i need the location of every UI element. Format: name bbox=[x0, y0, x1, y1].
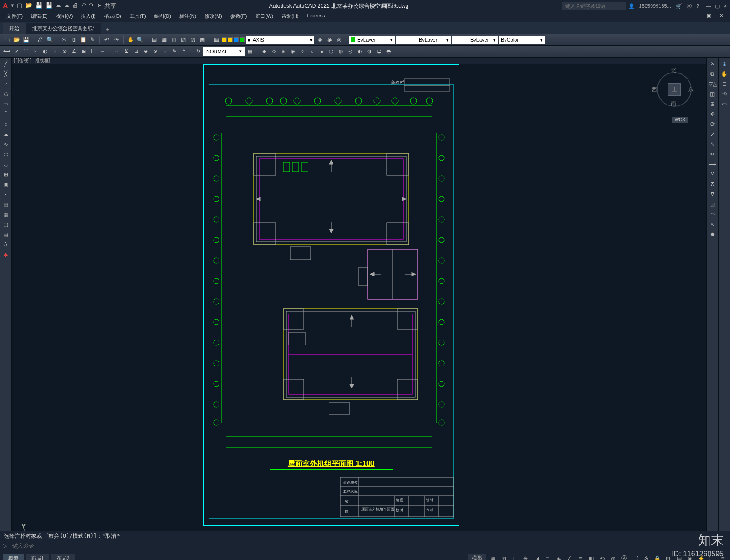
cart-icon[interactable]: 🛒 bbox=[676, 3, 682, 9]
layer-lock-icon[interactable] bbox=[234, 37, 239, 42]
dim-ang-icon[interactable]: ∠ bbox=[70, 47, 78, 56]
scale-icon[interactable]: ⤢ bbox=[708, 130, 718, 139]
doc-close-icon[interactable]: ✕ bbox=[716, 12, 727, 22]
dim-linear-icon[interactable]: ⟷ bbox=[3, 47, 11, 56]
calc-icon[interactable]: ▩ bbox=[198, 36, 206, 44]
doc-minimize-icon[interactable]: — bbox=[690, 12, 702, 22]
cycle-icon[interactable]: ⟲ bbox=[598, 554, 607, 560]
model-label[interactable]: 模型 bbox=[468, 554, 486, 560]
pline-icon[interactable]: ⟋ bbox=[1, 79, 11, 89]
command-line[interactable]: ▷_ bbox=[0, 540, 730, 551]
share-arrow-icon[interactable]: ➤ bbox=[97, 2, 102, 10]
dim-base-icon[interactable]: ⊢ bbox=[89, 47, 97, 56]
rect-icon[interactable]: ▭ bbox=[1, 99, 11, 109]
plot-icon[interactable]: 🖨 bbox=[73, 2, 78, 10]
dim-quick-icon[interactable]: ⊞ bbox=[79, 47, 88, 56]
viewcube-n[interactable]: 北 bbox=[671, 67, 676, 74]
tab-drawing[interactable]: 北京某办公综合楼空调图纸* bbox=[26, 23, 101, 34]
pan-icon[interactable]: ✋ bbox=[126, 36, 135, 44]
mirror-icon[interactable]: ▽△ bbox=[708, 79, 718, 89]
new-icon[interactable]: ▢ bbox=[17, 2, 22, 10]
transp-icon[interactable]: ◧ bbox=[587, 554, 596, 560]
navwheel-icon[interactable]: ⊚ bbox=[720, 59, 730, 68]
cloud-save-icon[interactable]: ☁ bbox=[64, 2, 70, 10]
grip8-icon[interactable]: ◌ bbox=[327, 47, 335, 56]
menu-edit[interactable]: 编辑(E) bbox=[27, 12, 52, 22]
menu-tools[interactable]: 工具(T) bbox=[126, 12, 150, 22]
polygon-icon[interactable]: ⬠ bbox=[1, 89, 11, 99]
show-icon[interactable]: ▭ bbox=[720, 99, 730, 109]
grip2-icon[interactable]: ◇ bbox=[270, 47, 278, 56]
layer-color-icon[interactable] bbox=[240, 37, 245, 42]
close-icon[interactable]: ✕ bbox=[723, 3, 727, 9]
mtext-icon[interactable]: A bbox=[1, 240, 11, 249]
cut-icon[interactable]: ✂ bbox=[60, 36, 68, 44]
paste-icon[interactable]: 📋 bbox=[79, 36, 87, 44]
cloud-open-icon[interactable]: ☁ bbox=[55, 2, 61, 10]
linetype-combo[interactable]: ByLayer▾ bbox=[396, 36, 451, 44]
redo-icon[interactable]: ↷ bbox=[89, 2, 94, 10]
dim-aligned-icon[interactable]: ⤢ bbox=[12, 47, 21, 56]
zoom-icon[interactable]: 🔍 bbox=[136, 36, 144, 44]
grip11-icon[interactable]: ◐ bbox=[356, 47, 364, 56]
gradient-icon[interactable]: ▨ bbox=[1, 210, 11, 219]
lock-icon[interactable]: 🔒 bbox=[652, 554, 662, 560]
mark-icon[interactable]: ▨ bbox=[188, 36, 197, 44]
dim-dia-icon[interactable]: ⊘ bbox=[60, 47, 68, 56]
help-icon[interactable]: ? bbox=[696, 3, 699, 9]
print-icon[interactable]: 🖨 bbox=[36, 36, 44, 44]
grip14-icon[interactable]: ◓ bbox=[385, 47, 393, 56]
blend-icon[interactable]: ∿ bbox=[708, 220, 718, 229]
orbit-icon[interactable]: ⟲ bbox=[720, 89, 730, 99]
viewcube-top[interactable]: 上 bbox=[668, 83, 681, 96]
table-icon[interactable]: ▤ bbox=[1, 230, 11, 239]
xline-icon[interactable]: ╳ bbox=[1, 69, 11, 79]
trim-icon[interactable]: ✂ bbox=[708, 150, 718, 159]
plotstyle-combo[interactable]: ByColor▾ bbox=[499, 36, 545, 44]
array-icon[interactable]: ⊞ bbox=[708, 99, 718, 109]
dimstyle-combo[interactable]: NORMAL▾ bbox=[203, 47, 245, 56]
viewcube-w[interactable]: 西 bbox=[652, 86, 657, 94]
dim-arc-icon[interactable]: ⌒ bbox=[22, 47, 30, 56]
undo2-icon[interactable]: ↶ bbox=[103, 36, 111, 44]
user-icon[interactable]: 👤 bbox=[628, 3, 635, 9]
zoomext-icon[interactable]: ⊡ bbox=[720, 79, 730, 89]
layer-tool2-icon[interactable]: ◉ bbox=[325, 36, 334, 44]
ortho-icon[interactable]: ∟ bbox=[510, 554, 519, 560]
extend-icon[interactable]: ⟶ bbox=[708, 160, 718, 169]
annoauto-icon[interactable]: Ⓐ bbox=[620, 554, 629, 560]
isolate-icon[interactable]: ◉ bbox=[685, 554, 694, 560]
layer-on-icon[interactable] bbox=[222, 37, 227, 42]
grip1-icon[interactable]: ◆ bbox=[260, 47, 268, 56]
layer-props-icon[interactable]: ▦ bbox=[212, 36, 220, 44]
new-file-icon[interactable]: ▢ bbox=[3, 36, 11, 44]
annomon-icon[interactable]: ⊕ bbox=[609, 554, 618, 560]
grip5-icon[interactable]: ◊ bbox=[298, 47, 307, 56]
clean-icon[interactable]: ⛶ bbox=[707, 554, 716, 560]
doc-restore-icon[interactable]: ▣ bbox=[703, 12, 715, 22]
match-icon[interactable]: ✎ bbox=[89, 36, 97, 44]
grip7-icon[interactable]: ● bbox=[318, 47, 326, 56]
help-search-input[interactable] bbox=[562, 2, 626, 10]
rotate-icon[interactable]: ⟳ bbox=[708, 120, 718, 129]
menu-modify[interactable]: 修改(M) bbox=[201, 12, 226, 22]
save-icon[interactable]: 💾 bbox=[35, 2, 42, 10]
inspect-icon[interactable]: ⊙ bbox=[151, 47, 159, 56]
tab-add-icon[interactable]: + bbox=[101, 25, 113, 34]
grip13-icon[interactable]: ◒ bbox=[375, 47, 383, 56]
menu-express[interactable]: Express bbox=[303, 12, 328, 22]
open-file-icon[interactable]: 📂 bbox=[12, 36, 21, 44]
lineweight-combo[interactable]: ByLayer▾ bbox=[452, 36, 498, 44]
annoscale-icon[interactable]: ⛶ bbox=[631, 554, 640, 560]
grip3-icon[interactable]: ◈ bbox=[279, 47, 287, 56]
workspace-icon[interactable]: ⚙ bbox=[641, 554, 651, 560]
sheet-icon[interactable]: ▧ bbox=[179, 36, 187, 44]
dim-update-icon[interactable]: ↻ bbox=[194, 47, 202, 56]
viewcube-s[interactable]: 南 bbox=[671, 100, 676, 108]
arc-icon[interactable]: ⌒ bbox=[1, 110, 11, 119]
menu-file[interactable]: 文件(F) bbox=[3, 12, 26, 22]
line-icon[interactable]: ╱ bbox=[1, 59, 11, 68]
drawing-canvas[interactable]: [-][俯视][二维线框] 会签栏 bbox=[12, 58, 706, 531]
layer-combo[interactable]: ■ AXIS▾ bbox=[246, 36, 314, 44]
design-icon[interactable]: ▦ bbox=[160, 36, 168, 44]
